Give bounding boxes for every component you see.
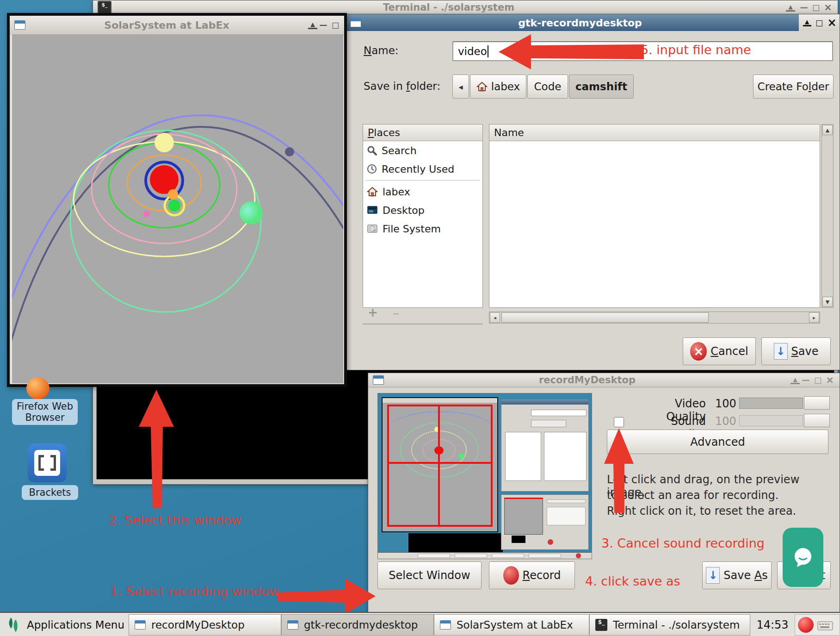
planet-slate [285,147,294,156]
annotation-1-text: 1. Select recording window [110,584,279,599]
home-icon [476,81,488,92]
task-label: recordMyDesktop [151,619,245,631]
minimize-icon[interactable]: — [800,375,812,385]
annotation-3-text: 3. Cancel sound recording [601,536,765,550]
select-window-label: Select Window [389,569,470,582]
sound-quality-box[interactable] [804,414,830,427]
dialog-controls: ▲ □ × [799,14,840,31]
cancel-icon: × [690,342,707,361]
brackets-icon[interactable] [28,443,67,482]
record-label: Record [523,569,561,582]
minimize-icon[interactable]: — [317,20,329,30]
task-label: SolarSystem at LabEx [457,619,573,631]
cancel-button[interactable]: × Cancel [683,337,756,365]
sound-quality-slider[interactable] [739,415,803,426]
shade-icon[interactable]: ▲ [786,4,795,12]
dialog-titlebar[interactable]: gtk-recordmydesktop ▲ □ × [346,14,840,31]
place-desktop[interactable]: Desktop [363,201,482,219]
close-icon[interactable]: × [824,375,836,385]
task-solarsystem[interactable]: SolarSystem at LabEx [434,614,589,636]
file-list-body[interactable] [489,141,820,307]
preview-selection-rect[interactable] [387,405,493,527]
save-button[interactable]: ↓ Save [761,337,831,365]
planet-green [168,200,180,212]
select-window-button[interactable]: Select Window [377,561,482,589]
system-tray [795,614,840,636]
file-list-header-name[interactable]: Name [489,125,820,141]
task-gtk-recordmydesktop[interactable]: gtk-recordmydesktop [281,614,434,636]
remove-bookmark-button[interactable]: ~ [389,309,403,319]
recorder-title: recordMyDesktop [384,374,791,386]
dialog-title: gtk-recordmydesktop [361,17,799,29]
recording-tray-icon[interactable] [798,617,814,633]
places-header[interactable]: Places [363,125,482,141]
advanced-button[interactable]: Advanced [607,430,828,454]
name-label: Name: [364,44,399,56]
scroll-up-icon[interactable]: ▲ [822,125,833,135]
save-dialog: gtk-recordmydesktop ▲ □ × Name: video Sa… [346,14,840,370]
applications-menu-button[interactable]: Applications Menu [0,614,129,636]
annotation-4-text: 4. click save as [585,574,680,588]
maximize-icon[interactable]: □ [810,2,822,12]
solarsystem-canvas[interactable] [11,34,343,383]
keyboard-tray-icon[interactable] [817,619,833,631]
maximize-icon[interactable]: □ [329,20,341,30]
right-bracket-glyph [50,455,56,471]
breadcrumb-back-button[interactable]: ◂ [452,75,469,99]
window-icon [440,620,451,630]
place-label: labex [383,186,410,198]
planet-pink [143,211,150,217]
solarsystem-window: SolarSystem at LabEx ▲ — □ [7,13,347,387]
place-recently-used[interactable]: Recently Used [363,160,482,178]
solarsystem-titlebar[interactable]: SolarSystem at LabEx ▲ — □ [10,16,344,35]
scroll-left-icon[interactable]: ◂ [490,312,500,323]
vertical-scrollbar[interactable]: ▲ ▼ [821,124,834,308]
firefox-icon[interactable] [26,377,49,399]
chevron-left-icon: ◂ [458,82,463,92]
close-icon[interactable]: × [828,18,836,28]
preview-mini-dialog [501,399,589,492]
maximize-icon[interactable]: □ [815,18,823,28]
add-bookmark-button[interactable]: + [366,307,380,319]
scrollbar-thumb[interactable] [501,312,709,323]
sound-quality-value: 100 [715,415,736,428]
recording-preview[interactable] [377,393,592,559]
video-quality-slider[interactable] [739,398,803,409]
clock: 14:53 [750,618,795,631]
preview-mini-terminal [408,533,503,554]
breadcrumb-home[interactable]: labex [470,75,526,99]
sound-quality-checkbox[interactable] [614,417,624,427]
horizontal-scrollbar[interactable]: ◂ ▸ [489,312,820,324]
terminal-title: Terminal - ./solarsystem [111,2,786,13]
window-icon [350,18,361,27]
breadcrumb-code[interactable]: Code [527,75,568,99]
task-recordmydesktop[interactable]: recordMyDesktop [129,614,281,636]
desktop-icon [367,205,378,216]
place-home[interactable]: labex [363,182,482,201]
close-icon[interactable]: × [822,2,834,12]
scroll-right-icon[interactable]: ▸ [809,312,819,323]
firefox-label[interactable]: Firefox Web Browser [12,399,78,425]
maximize-icon[interactable]: □ [812,375,824,385]
create-folder-button[interactable]: Create Folder [753,75,834,99]
chat-widget-button[interactable] [783,528,823,587]
shade-icon[interactable]: ▲ [803,19,811,26]
video-quality-box[interactable] [804,396,830,410]
place-search[interactable]: Search [363,141,482,160]
task-terminal[interactable]: $_ Terminal - ./solarsystem [589,614,750,636]
window-icon [14,20,25,30]
scroll-down-icon[interactable]: ▼ [822,297,833,307]
save-label: Save [791,345,819,358]
desktop: $_ Terminal - ./solarsystem ▲ — □ × reco… [0,0,840,636]
taskbar: Applications Menu recordMyDesktop gtk-re… [0,612,840,636]
save-as-button[interactable]: ↓ Save As [702,561,772,589]
shade-icon[interactable]: ▲ [791,376,800,384]
breadcrumb-current[interactable]: camshift [569,75,634,99]
shade-icon[interactable]: ▲ [308,21,317,29]
recorder-titlebar[interactable]: recordMyDesktop ▲ — □ × [368,373,840,387]
minimize-icon[interactable]: — [798,2,810,12]
record-button[interactable]: Record [489,561,575,589]
brackets-label[interactable]: Brackets [22,485,78,500]
instructions-line-3: Right click on it, to reset the area. [607,505,796,518]
place-file-system[interactable]: File System [363,219,482,238]
